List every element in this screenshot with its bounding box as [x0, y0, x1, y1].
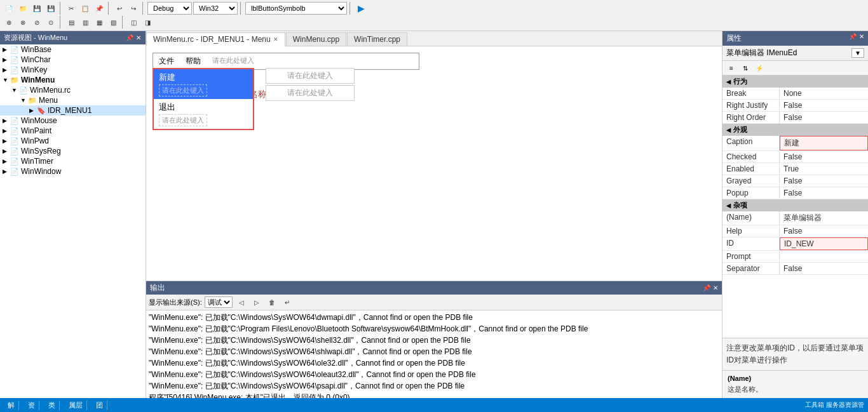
solution-tree[interactable]: ▶📄WinBase▶📄WinChar▶📄WinKey▼📁WinMenu▼📄Win… [0, 44, 146, 398]
tb2-btn2[interactable]: ⊗ [17, 16, 29, 29]
tree-item-wintimer[interactable]: ▶📄WinTimer [0, 156, 146, 166]
save-btn[interactable]: 💾 [31, 2, 43, 15]
props-sort-alpha[interactable]: ⇅ [739, 62, 752, 74]
output-nav-prev[interactable]: ◁ [235, 296, 248, 309]
tab-close-winmenu_rc[interactable]: ✕ [273, 36, 278, 43]
new-btn[interactable]: 📄 [3, 2, 15, 15]
status-item-5[interactable]: 团 [92, 401, 107, 410]
menu-file[interactable]: 文件 [153, 53, 180, 69]
prop-value-Right-Order[interactable]: False [780, 112, 868, 123]
tab-winmenu_rc[interactable]: WinMenu.rc - IDR_MENU1 - Menu✕ [146, 32, 285, 46]
menu-help[interactable]: 帮助 [180, 53, 207, 69]
platform-dropdown[interactable]: Win32 [193, 2, 238, 15]
right-pin-icon[interactable]: 📌 [849, 33, 857, 44]
tb2-btn9[interactable]: ◫ [127, 16, 140, 29]
menu-right-item-1[interactable]: 请在此处键入 [266, 68, 355, 84]
close-left-icon[interactable]: ✕ [135, 34, 142, 42]
status-item-4[interactable]: 属层 [65, 401, 87, 410]
tb2-btn8[interactable]: ▧ [107, 16, 119, 29]
tree-item-menu_folder[interactable]: ▼📁Menu [0, 95, 146, 105]
tab-wintimer_cpp[interactable]: WinTimer.cpp [347, 32, 407, 46]
tree-item-winchar[interactable]: ▶📄WinChar [0, 55, 146, 65]
prop-value-Checked[interactable]: False [780, 151, 868, 163]
prop-value--Name-[interactable]: 菜单编辑器 [780, 211, 868, 225]
output-nav-next[interactable]: ▷ [250, 296, 263, 309]
tree-item-idr_menu1[interactable]: ▶🔖IDR_MENU1 [0, 105, 146, 116]
tb2-btn1[interactable]: ⊕ [3, 16, 15, 29]
save-all-btn[interactable]: 💾 [44, 2, 57, 15]
prop-row--Name-[interactable]: (Name)菜单编辑器 [722, 211, 868, 225]
pin-icon[interactable]: 📌 [125, 34, 134, 42]
prop-row-ID[interactable]: IDID_NEW [722, 237, 868, 251]
prop-row-Right-Order[interactable]: Right OrderFalse [722, 112, 868, 124]
redo-btn[interactable]: ↪ [127, 2, 140, 15]
prop-row-Prompt[interactable]: Prompt [722, 251, 868, 263]
prop-row-Enabled[interactable]: EnabledTrue [722, 163, 868, 175]
tree-item-winmenu_rc[interactable]: ▼📄WinMenu.rc [0, 85, 146, 95]
tree-item-winpaint[interactable]: ▶📄WinPaint [0, 126, 146, 136]
menu-item-exit-placeholder[interactable]: 请在此处键入 [159, 114, 207, 126]
prop-value-ID[interactable]: ID_NEW [780, 237, 868, 250]
prop-row-Popup[interactable]: PopupFalse [722, 187, 868, 199]
status-item-2[interactable]: 资 [24, 401, 39, 410]
tree-item-winkey[interactable]: ▶📄WinKey [0, 65, 146, 75]
output-close-icon[interactable]: ✕ [713, 284, 718, 291]
prop-row-Separator[interactable]: SeparatorFalse [722, 263, 868, 275]
target-dropdown[interactable]: lblButtonSymbolb [245, 2, 347, 15]
prop-row-Checked[interactable]: CheckedFalse [722, 151, 868, 163]
prop-value-Right-Justify[interactable]: False [780, 100, 868, 111]
open-btn[interactable]: 📁 [17, 2, 29, 15]
section-arrow: ◀ [726, 79, 731, 85]
tree-item-winwindow[interactable]: ▶📄WinWindow [0, 166, 146, 176]
prop-row-Help[interactable]: HelpFalse [722, 225, 868, 237]
tree-item-winpwd[interactable]: ▶📄WinPwd [0, 136, 146, 146]
output-clear[interactable]: 🗑 [266, 296, 278, 309]
tb2-btn10[interactable]: ◨ [141, 16, 154, 29]
status-item-3[interactable]: 类 [44, 401, 60, 410]
run-btn[interactable]: ▶ [355, 2, 367, 15]
undo-btn[interactable]: ↩ [113, 2, 126, 15]
prop-value-Help[interactable]: False [780, 225, 868, 237]
menu-right-item-2[interactable]: 请在此处键入 [266, 85, 355, 101]
right-close-icon[interactable]: ✕ [859, 33, 864, 44]
tree-item-winmouse[interactable]: ▶📄WinMouse [0, 116, 146, 126]
section-header-行为[interactable]: ◀ 行为 [722, 76, 868, 88]
status-item-1[interactable]: 解 [4, 401, 19, 410]
props-sort-categorized[interactable]: ≡ [725, 62, 738, 74]
tab-winmenu_cpp[interactable]: WinMenu.cpp [286, 32, 346, 46]
output-wrap[interactable]: ↵ [281, 296, 294, 309]
tree-item-winsysreg[interactable]: ▶📄WinSysReg [0, 146, 146, 156]
prop-value-Separator[interactable]: False [780, 263, 868, 274]
prop-row-Break[interactable]: BreakNone [722, 88, 868, 100]
props-events[interactable]: ⚡ [753, 62, 766, 74]
menu-item-new[interactable]: 新建 请在此处键入 [154, 69, 253, 99]
prop-row-Caption[interactable]: Caption新建 [722, 136, 868, 151]
copy-btn[interactable]: 📋 [79, 2, 92, 15]
menu-item-new-placeholder[interactable]: 请在此处键入 [159, 84, 207, 96]
tb2-btn7[interactable]: ▦ [93, 16, 105, 29]
tb2-btn6[interactable]: ▥ [79, 16, 92, 29]
tree-item-winbase[interactable]: ▶📄WinBase [0, 44, 146, 55]
debug-config-dropdown[interactable]: Debug [147, 2, 192, 15]
prop-value-Caption[interactable]: 新建 [780, 136, 868, 150]
output-source-select[interactable]: 调试 [205, 296, 233, 308]
prop-value-Popup[interactable]: False [780, 187, 868, 199]
prop-value-Prompt[interactable] [780, 251, 868, 262]
tree-item-winmenu[interactable]: ▼📁WinMenu [0, 75, 146, 85]
menu-item-exit[interactable]: 退出 请在此处键入 [154, 99, 253, 129]
prop-row-Right-Justify[interactable]: Right JustifyFalse [722, 100, 868, 112]
prop-row-Grayed[interactable]: GrayedFalse [722, 175, 868, 187]
menu-add-here[interactable]: 请在此处键入 [207, 53, 260, 69]
section-header-外观[interactable]: ◀ 外观 [722, 124, 868, 136]
tb2-btn5[interactable]: ▤ [65, 16, 78, 29]
cut-btn[interactable]: ✂ [65, 2, 78, 15]
prop-value-Enabled[interactable]: True [780, 163, 868, 175]
output-pin-icon[interactable]: 📌 [703, 284, 710, 291]
tb2-btn4[interactable]: ⊙ [44, 16, 57, 29]
prop-value-Grayed[interactable]: False [780, 175, 868, 187]
prop-value-Break[interactable]: None [780, 88, 868, 99]
props-component-dropdown[interactable]: ▼ [851, 48, 864, 58]
tb2-btn3[interactable]: ⊘ [31, 16, 43, 29]
paste-btn[interactable]: 📌 [93, 2, 105, 15]
section-header-杂项[interactable]: ◀ 杂项 [722, 199, 868, 211]
